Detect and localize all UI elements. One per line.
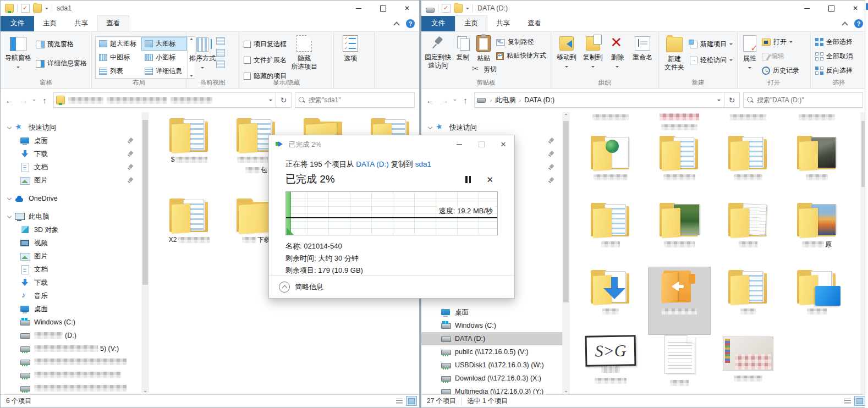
navigation-pane-button[interactable]: 导航窗格 <box>3 34 34 70</box>
help-icon[interactable]: ? <box>406 19 415 28</box>
sidebar-item-public (\\172.16.0.5) (V:)[interactable]: public (\\172.16.0.5) (V:) <box>421 345 562 359</box>
file-list-right[interactable]: 原S>G <box>570 112 867 394</box>
minimize-button[interactable] <box>795 1 819 16</box>
search-input[interactable] <box>757 96 859 104</box>
titlebar-left[interactable]: sda1 <box>1 1 419 16</box>
sidebar-item-(D:)[interactable]: (D:) <box>1 329 141 342</box>
copy-button[interactable]: 复制 <box>453 34 474 62</box>
layout-details[interactable]: 详细信息 <box>141 64 187 78</box>
layout-small-icons[interactable]: 小图标 <box>141 51 187 64</box>
sidebar-item-此电脑[interactable]: 此电脑 <box>1 210 141 223</box>
details-view-toggle[interactable] <box>842 396 853 406</box>
forward-button[interactable]: → <box>439 96 450 105</box>
layout-xlarge-icons[interactable]: 超大图标 <box>96 37 141 51</box>
properties-qat-icon[interactable] <box>442 4 451 13</box>
close-button[interactable] <box>843 1 867 16</box>
tab-file[interactable]: 文件 <box>1 16 34 31</box>
group-by-icon[interactable] <box>216 37 225 45</box>
minimize-button[interactable] <box>448 135 470 153</box>
expand-chevron-icon[interactable] <box>428 125 432 130</box>
sidebar-item-3D 对象[interactable]: 3D 对象 <box>1 223 141 236</box>
details-pane-button[interactable]: 详细信息窗格 <box>34 58 89 69</box>
select-none-button[interactable]: 全部取消 <box>813 51 855 62</box>
file-item[interactable] <box>786 133 848 181</box>
forward-button[interactable]: → <box>18 96 29 105</box>
sidebar-item-桌面[interactable]: 桌面 <box>1 302 141 316</box>
layout-large-icons[interactable]: 大图标 <box>141 37 187 51</box>
checkbox-icon[interactable] <box>244 57 251 64</box>
item-checkboxes-checkbox[interactable]: 项目复选框 <box>241 38 289 50</box>
search-box[interactable] <box>295 92 415 108</box>
tab-file[interactable]: 文件 <box>421 16 455 31</box>
properties-qat-icon[interactable] <box>21 4 30 13</box>
sidebar-scrollbar[interactable]: ⌄ <box>141 112 149 394</box>
new-item-button[interactable]: 新建项目 <box>688 38 735 50</box>
checkbox-icon[interactable] <box>244 41 251 48</box>
preview-pane-button[interactable]: 预览窗格 <box>34 38 89 50</box>
file-item[interactable] <box>580 200 641 248</box>
breadcrumb-data-d[interactable]: DATA (D:) <box>524 96 554 104</box>
paste-button[interactable]: 粘贴 <box>473 34 494 63</box>
tab-share[interactable]: 共享 <box>65 16 97 31</box>
open-button[interactable]: 打开 <box>760 36 801 48</box>
file-item[interactable] <box>649 133 710 181</box>
scroll-up-icon[interactable]: ⌃ <box>562 112 570 120</box>
thumbnail-view-toggle[interactable] <box>854 396 865 406</box>
expand-chevron-icon[interactable] <box>7 214 12 219</box>
file-extensions-checkbox[interactable]: 文件扩展名 <box>241 54 289 66</box>
sidebar-item-Multimedia (\\172.16.0.3) (Y:)[interactable]: Multimedia (\\172.16.0.3) (Y:) <box>421 385 562 394</box>
tab-home[interactable]: 主页 <box>34 16 65 31</box>
recent-locations-icon[interactable] <box>453 100 457 101</box>
tab-view[interactable]: 查看 <box>97 15 129 31</box>
pin-to-quick-access-button[interactable]: 固定到快速访问 <box>424 34 453 70</box>
sidebar-item-USBDisk1 (\\172.16.0.3) (W:)[interactable]: USBDisk1 (\\172.16.0.3) (W:) <box>421 359 562 372</box>
sidebar-scrollbar[interactable]: ⌃ ⌄ <box>562 112 570 394</box>
up-button[interactable]: ↑ <box>460 96 471 105</box>
cancel-button[interactable]: ✕ <box>486 176 493 183</box>
search-input[interactable] <box>309 96 411 104</box>
sidebar-item[interactable] <box>1 355 141 368</box>
sidebar-item-文档[interactable]: 文档 <box>1 161 141 174</box>
titlebar-right[interactable]: DATA (D:) <box>421 1 867 16</box>
sidebar-item-下载[interactable]: 下载 <box>1 276 141 289</box>
collapse-ribbon-icon[interactable] <box>394 21 399 26</box>
sidebar-item-下载[interactable]: 下载 <box>1 147 141 161</box>
rename-button[interactable]: 重命名 <box>629 34 656 62</box>
close-button[interactable] <box>492 135 514 153</box>
sidebar-item-桌面[interactable]: 桌面 <box>1 134 141 147</box>
file-item[interactable] <box>717 133 779 181</box>
file-item[interactable] <box>580 133 641 181</box>
sidebar-item-音乐[interactable]: 音乐 <box>1 289 141 302</box>
easy-access-button[interactable]: 轻松访问 <box>688 54 735 66</box>
new-folder-qat-icon[interactable] <box>454 4 463 13</box>
sidebar-item-5) (V:)[interactable]: 5) (V:) <box>1 342 141 355</box>
file-item[interactable] <box>649 200 710 248</box>
scroll-down-icon[interactable]: ⌄ <box>141 387 149 394</box>
back-button[interactable]: ← <box>425 96 436 105</box>
qat-dropdown-icon[interactable] <box>45 8 48 9</box>
layout-medium-icons[interactable]: 中图标 <box>96 51 141 64</box>
expand-chevron-icon[interactable] <box>7 125 12 130</box>
dialog-titlebar[interactable]: 已完成 2% <box>269 135 514 154</box>
layout-list[interactable]: 列表 <box>96 64 141 78</box>
search-box[interactable] <box>743 92 863 108</box>
address-dropdown-icon[interactable] <box>717 100 721 101</box>
drive-icon[interactable] <box>426 8 435 13</box>
up-button[interactable]: ↑ <box>39 96 50 105</box>
maximize-button[interactable] <box>819 1 843 16</box>
add-columns-icon[interactable] <box>216 49 225 57</box>
properties-button[interactable]: 属性 <box>740 34 760 70</box>
sidebar-item-图片[interactable]: 图片 <box>1 174 141 187</box>
sidebar-item[interactable] <box>1 368 141 382</box>
file-item[interactable]: S>G <box>580 334 641 384</box>
fewer-details-toggle[interactable]: 简略信息 <box>269 275 514 298</box>
sidebar-item-图片[interactable]: 图片 <box>1 250 141 263</box>
scroll-down-icon[interactable]: ⌄ <box>562 387 570 394</box>
address-bar[interactable]: › 此电脑 › DATA (D:) <box>474 92 724 108</box>
new-folder-qat-icon[interactable] <box>33 4 42 13</box>
help-icon[interactable]: ? <box>854 19 863 28</box>
invert-selection-button[interactable]: 反向选择 <box>813 65 855 76</box>
size-columns-icon[interactable] <box>216 60 225 68</box>
delete-button[interactable]: 删除 <box>606 34 629 69</box>
file-item[interactable] <box>717 200 779 248</box>
